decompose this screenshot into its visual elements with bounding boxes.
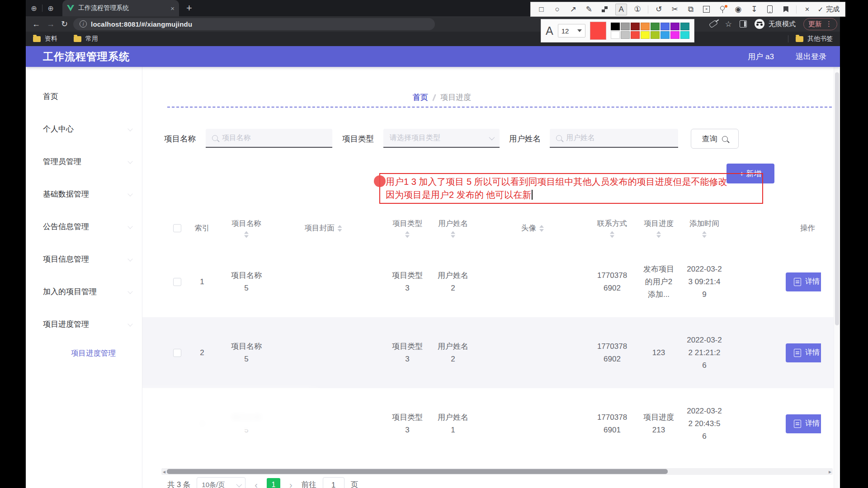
sidebar-item-personal[interactable]: 个人中心: [26, 113, 142, 145]
sidebar-item-joined[interactable]: 加入的项目管理: [26, 275, 142, 308]
tab-close-icon[interactable]: ×: [170, 5, 175, 12]
header-cover[interactable]: 项目封面: [305, 223, 342, 233]
user-filter-input[interactable]: 用户姓名: [550, 129, 678, 148]
current-color-swatch[interactable]: [590, 22, 606, 40]
side-panel-icon[interactable]: [740, 20, 747, 28]
palette-color[interactable]: [621, 31, 630, 39]
palette-color[interactable]: [651, 31, 660, 39]
step-number-tool-icon[interactable]: ①: [632, 4, 643, 15]
sidebar-item-projectinfo[interactable]: 项目信息管理: [26, 243, 142, 275]
header-avatar[interactable]: 头像: [521, 223, 544, 233]
page-size-select[interactable]: 10条/页: [197, 477, 245, 488]
reload-icon[interactable]: ↻: [61, 19, 68, 29]
update-button[interactable]: 更新 ⋮: [803, 18, 837, 30]
pinned-tab-2[interactable]: ⊕: [42, 0, 59, 16]
bookmark-save-icon[interactable]: [780, 4, 791, 15]
sort-icon[interactable]: [702, 231, 707, 238]
row-checkbox[interactable]: [173, 278, 181, 286]
annotation-handle-icon[interactable]: [374, 175, 386, 187]
font-size-select[interactable]: 12: [558, 24, 585, 38]
palette-color[interactable]: [641, 31, 650, 39]
goto-page-input[interactable]: 1: [323, 477, 344, 488]
current-page-button[interactable]: 1: [267, 478, 280, 488]
device-icon[interactable]: [764, 4, 775, 15]
header-progress[interactable]: 项目进度: [644, 219, 674, 238]
scroll-left-icon[interactable]: ◂: [161, 469, 167, 475]
address-bar[interactable]: i localhost:8081/#/xiangmujindu: [73, 18, 435, 30]
detail-button[interactable]: 详情: [786, 272, 821, 291]
type-filter-select[interactable]: 请选择项目类型: [383, 129, 500, 148]
sidebar-item-basedata[interactable]: 基础数据管理: [26, 178, 142, 210]
header-type[interactable]: 项目类型: [390, 219, 425, 238]
prev-page-icon[interactable]: ‹: [252, 480, 260, 488]
next-page-icon[interactable]: ›: [287, 480, 295, 488]
sort-icon[interactable]: [338, 225, 342, 232]
password-key-icon[interactable]: [709, 20, 718, 28]
row-checkbox[interactable]: [173, 349, 181, 357]
pin-icon[interactable]: [717, 4, 728, 15]
palette-color[interactable]: [680, 23, 689, 30]
cancel-icon[interactable]: ×: [802, 4, 813, 15]
detail-button[interactable]: 详情: [786, 343, 821, 362]
sort-icon[interactable]: [405, 231, 410, 238]
pen-tool-icon[interactable]: ✎: [584, 4, 594, 15]
palette-color[interactable]: [670, 23, 679, 30]
header-name[interactable]: 项目名称: [229, 219, 264, 238]
sidebar-subitem-progress-active[interactable]: 项目进度管理: [26, 340, 142, 366]
menu-dots-icon[interactable]: ⋮: [826, 20, 832, 28]
name-filter-input[interactable]: 项目名称: [206, 129, 332, 148]
current-user[interactable]: 用户 a3: [748, 52, 774, 62]
sort-icon[interactable]: [610, 231, 614, 238]
download-icon[interactable]: ↧: [749, 4, 760, 15]
translate-icon[interactable]: ⧉: [685, 4, 696, 15]
active-tab[interactable]: 工作流程管理系统 ×: [62, 0, 179, 16]
palette-color[interactable]: [651, 23, 660, 30]
new-tab-button[interactable]: +: [186, 3, 192, 13]
header-contact[interactable]: 联系方式: [597, 219, 627, 238]
breadcrumb-home[interactable]: 首页: [413, 92, 428, 103]
mosaic-tool-icon[interactable]: [599, 4, 610, 15]
sidebar-item-home[interactable]: 首页: [26, 80, 142, 113]
scrollbar-thumb[interactable]: [835, 72, 839, 325]
back-icon[interactable]: ←: [32, 19, 40, 29]
bookmark-folder-1[interactable]: 资料: [33, 35, 57, 43]
sort-icon[interactable]: [451, 231, 455, 238]
palette-color[interactable]: [611, 23, 620, 30]
arrow-tool-icon[interactable]: ↗: [568, 4, 579, 15]
palette-color[interactable]: [641, 23, 650, 30]
logout-link[interactable]: 退出登录: [796, 52, 826, 62]
screen-capture-icon[interactable]: ×: [701, 4, 712, 15]
sidebar-item-admin[interactable]: 管理员管理: [26, 145, 142, 178]
cut-icon[interactable]: ✂: [670, 4, 680, 15]
record-icon[interactable]: ◉: [733, 4, 744, 15]
vertical-scrollbar[interactable]: [834, 67, 840, 488]
detail-button[interactable]: 详情: [786, 414, 821, 433]
sidebar-item-notice[interactable]: 公告信息管理: [26, 210, 142, 243]
done-button[interactable]: ✓完成: [818, 5, 840, 14]
undo-icon[interactable]: ↺: [653, 4, 664, 15]
bookmark-star-icon[interactable]: ☆: [725, 19, 732, 29]
palette-color[interactable]: [621, 23, 630, 30]
bookmark-folder-2[interactable]: 常用: [74, 35, 98, 43]
other-bookmarks[interactable]: 其他书签: [788, 35, 833, 43]
palette-color[interactable]: [631, 23, 640, 30]
text-tool-icon[interactable]: A: [615, 4, 627, 15]
sort-icon[interactable]: [539, 225, 544, 232]
sort-icon[interactable]: [656, 231, 661, 238]
sort-icon[interactable]: [244, 231, 249, 238]
rectangle-tool-icon[interactable]: □: [536, 4, 547, 15]
palette-color[interactable]: [680, 31, 689, 39]
info-icon[interactable]: i: [80, 20, 87, 28]
palette-color[interactable]: [631, 31, 640, 39]
pinned-tab-1[interactable]: ⊕: [26, 0, 42, 16]
sidebar-item-progress[interactable]: 项目进度管理: [26, 308, 142, 340]
palette-color[interactable]: [611, 31, 620, 39]
palette-color[interactable]: [670, 31, 679, 39]
scroll-right-icon[interactable]: ▸: [827, 469, 833, 475]
palette-color[interactable]: [660, 23, 670, 30]
ellipse-tool-icon[interactable]: ○: [552, 4, 563, 15]
horizontal-scrollbar[interactable]: ◂ ▸: [161, 468, 833, 475]
search-button[interactable]: 查询: [691, 129, 739, 149]
header-time[interactable]: 添加时间: [689, 219, 719, 238]
select-all-checkbox[interactable]: [173, 224, 181, 232]
